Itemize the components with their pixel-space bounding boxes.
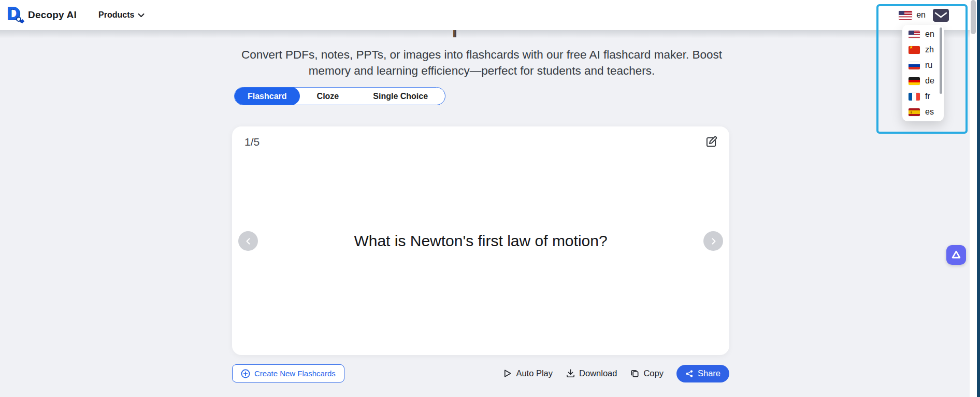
language-menu-item-de[interactable]: de	[902, 73, 944, 89]
card-question: What is Newton's first law of motion?	[232, 126, 729, 355]
flag-ru-icon	[909, 62, 920, 69]
chevron-down-icon	[138, 13, 145, 18]
window-edge	[977, 0, 980, 397]
language-menu-item-fr[interactable]: fr	[902, 89, 944, 104]
tab-cloze[interactable]: Cloze	[300, 88, 356, 105]
language-menu-item-ru[interactable]: ru	[902, 58, 944, 73]
flashcard-panel: 1/5 What is Newton's first law of motion…	[232, 126, 729, 355]
copy-icon	[630, 368, 640, 378]
auto-play-button[interactable]: Auto Play	[502, 368, 553, 378]
flag-us-icon	[899, 11, 912, 20]
create-new-flashcards-button[interactable]: Create New Flashcards	[232, 364, 344, 382]
page-scrollbar-track[interactable]	[970, 0, 977, 397]
share-nodes-icon	[685, 370, 694, 378]
hero-title-remnant	[453, 30, 456, 37]
mode-tabs: Flashcard Cloze Single Choice	[234, 87, 445, 105]
hero-description: Convert PDFs, notes, PPTs, or images int…	[232, 47, 731, 79]
share-button[interactable]: Share	[676, 365, 729, 382]
header: D Decopy AI Products en	[0, 0, 970, 30]
header-shadow	[0, 30, 970, 38]
mail-envelope-icon[interactable]	[933, 9, 949, 22]
decopy-logo-icon: D	[5, 5, 24, 25]
tab-single-choice[interactable]: Single Choice	[356, 88, 445, 105]
language-menu-scrollbar-thumb[interactable]	[940, 27, 942, 94]
brand-name: Decopy AI	[28, 9, 77, 21]
brand-home-link[interactable]: D Decopy AI	[5, 5, 77, 25]
language-menu-item-zh[interactable]: zh	[902, 42, 944, 58]
flag-de-icon	[909, 77, 920, 85]
card-actions: Auto Play Download Copy Share	[502, 365, 729, 382]
download-icon	[566, 368, 575, 378]
language-selector[interactable]: en	[899, 10, 926, 20]
language-menu: en zh ru de fr es	[902, 25, 944, 121]
copy-button[interactable]: Copy	[630, 368, 664, 378]
ai-assistant-button[interactable]	[946, 245, 966, 265]
flag-fr-icon	[909, 93, 920, 101]
page-scrollbar-thumb[interactable]	[971, 0, 976, 34]
language-menu-item-en[interactable]: en	[902, 26, 944, 42]
play-outline-icon	[502, 368, 512, 378]
language-code: en	[916, 10, 926, 20]
nav-products-label: Products	[98, 10, 134, 20]
flag-us-icon	[909, 31, 920, 38]
flag-es-icon	[909, 108, 920, 116]
nav-products[interactable]: Products	[98, 10, 145, 20]
download-button[interactable]: Download	[566, 368, 617, 378]
plus-circle-icon	[241, 369, 250, 378]
card-toolbar: Create New Flashcards Auto Play Download…	[232, 364, 729, 383]
tab-flashcard[interactable]: Flashcard	[235, 87, 300, 105]
page: D Decopy AI Products en Convert PDFs, no…	[0, 0, 980, 397]
language-menu-item-es[interactable]: es	[902, 104, 944, 120]
triangle-knot-logo-icon	[950, 249, 962, 261]
flag-cn-icon	[909, 46, 920, 54]
